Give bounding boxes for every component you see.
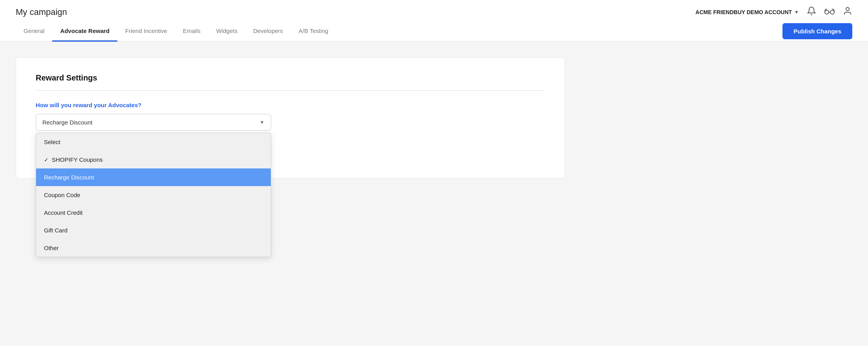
reward-type-dropdown-menu: Select ✓ SHOPIFY Coupons Recharge Discou… <box>36 133 271 257</box>
dropdown-option-other[interactable]: Other <box>36 239 271 257</box>
tab-general[interactable]: General <box>16 21 52 42</box>
dropdown-option-gift-card-label: Gift Card <box>44 227 67 234</box>
section-question: How will you reward your Advocates? <box>36 102 545 108</box>
dropdown-option-shopify-coupons[interactable]: ✓ SHOPIFY Coupons <box>36 151 271 168</box>
dropdown-option-coupon-code-label: Coupon Code <box>44 192 80 198</box>
divider <box>36 90 545 91</box>
tab-developers[interactable]: Developers <box>245 21 291 42</box>
dropdown-option-account-credit-label: Account Credit <box>44 209 82 216</box>
dropdown-option-shopify-coupons-label: SHOPIFY Coupons <box>52 156 103 163</box>
tab-emails[interactable]: Emails <box>175 21 208 42</box>
publish-changes-button[interactable]: Publish Changes <box>782 23 852 39</box>
svg-point-0 <box>825 10 829 14</box>
tab-advocate-reward[interactable]: Advocate Reward <box>52 21 117 42</box>
user-profile-button[interactable] <box>843 6 852 18</box>
preview-button[interactable] <box>824 7 835 17</box>
header-right: ACME FRIENDBUY DEMO ACCOUNT ▼ <box>695 6 852 18</box>
notifications-button[interactable] <box>807 6 816 18</box>
dropdown-option-recharge-discount-label: Recharge Discount <box>44 174 94 181</box>
checkmark-icon: ✓ <box>44 157 49 163</box>
card-title: Reward Settings <box>36 73 545 82</box>
nav-tabs: General Advocate Reward Friend Incentive… <box>0 21 868 42</box>
account-chevron-icon: ▼ <box>794 9 799 15</box>
reward-type-dropdown-wrapper: Recharge Discount ▼ Select ✓ SHOPIFY Cou… <box>36 114 271 131</box>
svg-point-3 <box>846 7 849 11</box>
dropdown-option-select-label: Select <box>44 139 60 145</box>
dropdown-option-recharge-discount[interactable]: Recharge Discount <box>36 168 271 186</box>
app-title: My campaign <box>16 7 67 17</box>
dropdown-option-coupon-code[interactable]: Coupon Code <box>36 186 271 204</box>
account-name-label: ACME FRIENDBUY DEMO ACCOUNT <box>695 9 792 15</box>
main-content: Reward Settings How will you reward your… <box>0 42 868 346</box>
dropdown-option-gift-card[interactable]: Gift Card <box>36 221 271 239</box>
svg-point-1 <box>830 10 834 14</box>
glasses-icon <box>824 7 835 17</box>
dropdown-arrow-icon: ▼ <box>259 119 264 125</box>
dropdown-option-other-label: Other <box>44 245 59 251</box>
reward-type-dropdown[interactable]: Recharge Discount ▼ <box>36 114 271 131</box>
dropdown-selected-value: Recharge Discount <box>42 119 93 126</box>
nav-tabs-left: General Advocate Reward Friend Incentive… <box>16 21 336 41</box>
dropdown-option-select[interactable]: Select <box>36 133 271 151</box>
tab-friend-incentive[interactable]: Friend Incentive <box>117 21 175 42</box>
bell-icon <box>807 6 816 18</box>
tab-ab-testing[interactable]: A/B Testing <box>291 21 336 42</box>
account-selector[interactable]: ACME FRIENDBUY DEMO ACCOUNT ▼ <box>695 9 799 15</box>
dropdown-option-account-credit[interactable]: Account Credit <box>36 204 271 221</box>
header: My campaign ACME FRIENDBUY DEMO ACCOUNT … <box>0 0 868 18</box>
reward-settings-card: Reward Settings How will you reward your… <box>16 57 565 179</box>
user-icon <box>843 6 852 18</box>
tab-widgets[interactable]: Widgets <box>208 21 245 42</box>
